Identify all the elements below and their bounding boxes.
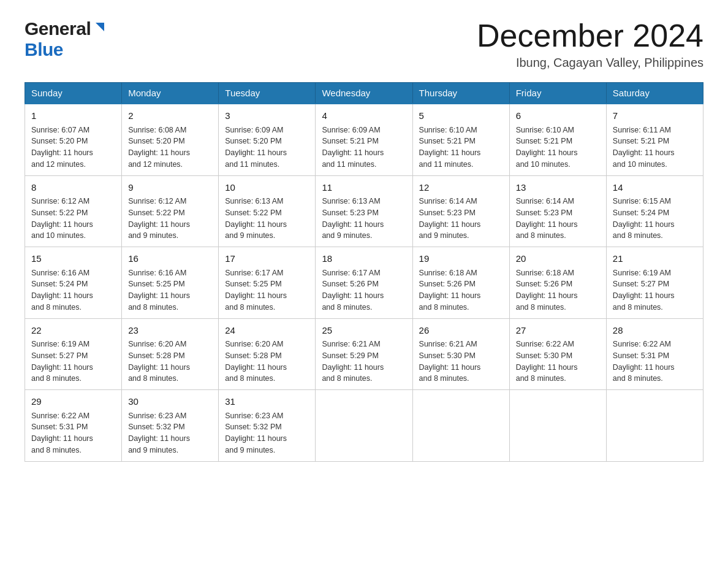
calendar-cell: 2Sunrise: 6:08 AMSunset: 5:20 PMDaylight… [122, 104, 219, 175]
day-number: 1 [31, 109, 115, 123]
day-number: 9 [128, 181, 212, 195]
day-info: Sunrise: 6:07 AMSunset: 5:20 PMDaylight:… [31, 124, 115, 170]
day-number: 13 [516, 181, 600, 195]
day-number: 29 [31, 395, 115, 409]
calendar-cell: 20Sunrise: 6:18 AMSunset: 5:26 PMDayligh… [509, 247, 606, 319]
calendar-cell: 6Sunrise: 6:10 AMSunset: 5:21 PMDaylight… [509, 104, 606, 175]
title-area: December 2024 Ibung, Cagayan Valley, Phi… [477, 18, 703, 70]
day-info: Sunrise: 6:21 AMSunset: 5:30 PMDaylight:… [419, 339, 503, 385]
day-info: Sunrise: 6:13 AMSunset: 5:22 PMDaylight:… [225, 196, 309, 242]
calendar-cell: 1Sunrise: 6:07 AMSunset: 5:20 PMDaylight… [25, 104, 122, 175]
day-info: Sunrise: 6:17 AMSunset: 5:26 PMDaylight:… [322, 267, 406, 313]
day-info: Sunrise: 6:22 AMSunset: 5:31 PMDaylight:… [31, 410, 115, 456]
day-number: 19 [419, 252, 503, 266]
calendar-week-row: 1Sunrise: 6:07 AMSunset: 5:20 PMDaylight… [25, 104, 703, 175]
day-number: 18 [322, 252, 406, 266]
calendar-cell: 22Sunrise: 6:19 AMSunset: 5:27 PMDayligh… [25, 318, 122, 390]
day-number: 26 [419, 324, 503, 338]
day-number: 23 [128, 324, 212, 338]
logo-arrow-icon [93, 20, 107, 36]
day-number: 25 [322, 324, 406, 338]
day-header-sunday: Sunday [25, 83, 122, 104]
calendar-cell: 17Sunrise: 6:17 AMSunset: 5:25 PMDayligh… [219, 247, 316, 319]
location-subtitle: Ibung, Cagayan Valley, Philippines [477, 56, 703, 70]
calendar-cell: 21Sunrise: 6:19 AMSunset: 5:27 PMDayligh… [606, 247, 703, 319]
day-number: 10 [225, 181, 309, 195]
calendar-cell: 7Sunrise: 6:11 AMSunset: 5:21 PMDaylight… [606, 104, 703, 175]
calendar-cell: 14Sunrise: 6:15 AMSunset: 5:24 PMDayligh… [606, 175, 703, 247]
day-number: 15 [31, 252, 115, 266]
day-info: Sunrise: 6:19 AMSunset: 5:27 PMDaylight:… [31, 339, 115, 385]
logo-general-text: General [25, 18, 91, 39]
day-info: Sunrise: 6:08 AMSunset: 5:20 PMDaylight:… [128, 124, 212, 170]
day-info: Sunrise: 6:13 AMSunset: 5:23 PMDaylight:… [322, 196, 406, 242]
month-title: December 2024 [477, 18, 703, 53]
calendar-week-row: 8Sunrise: 6:12 AMSunset: 5:22 PMDaylight… [25, 175, 703, 247]
calendar-week-row: 15Sunrise: 6:16 AMSunset: 5:24 PMDayligh… [25, 247, 703, 319]
calendar-cell: 12Sunrise: 6:14 AMSunset: 5:23 PMDayligh… [412, 175, 509, 247]
day-info: Sunrise: 6:20 AMSunset: 5:28 PMDaylight:… [225, 339, 309, 385]
day-header-friday: Friday [509, 83, 606, 104]
calendar-cell: 27Sunrise: 6:22 AMSunset: 5:30 PMDayligh… [509, 318, 606, 390]
calendar-cell: 29Sunrise: 6:22 AMSunset: 5:31 PMDayligh… [25, 390, 122, 462]
day-info: Sunrise: 6:15 AMSunset: 5:24 PMDaylight:… [613, 196, 697, 242]
day-number: 12 [419, 181, 503, 195]
calendar-cell [316, 390, 412, 462]
day-info: Sunrise: 6:18 AMSunset: 5:26 PMDaylight:… [516, 267, 600, 313]
day-info: Sunrise: 6:23 AMSunset: 5:32 PMDaylight:… [225, 410, 309, 456]
day-number: 17 [225, 252, 309, 266]
svg-marker-0 [96, 23, 104, 31]
calendar-cell: 3Sunrise: 6:09 AMSunset: 5:20 PMDaylight… [219, 104, 316, 175]
logo-blue-text: Blue [25, 39, 63, 59]
page-header: General Blue December 2024 Ibung, Cagaya… [25, 18, 703, 70]
calendar-cell: 23Sunrise: 6:20 AMSunset: 5:28 PMDayligh… [122, 318, 219, 390]
day-number: 14 [613, 181, 697, 195]
calendar-cell: 19Sunrise: 6:18 AMSunset: 5:26 PMDayligh… [412, 247, 509, 319]
calendar-cell: 16Sunrise: 6:16 AMSunset: 5:25 PMDayligh… [122, 247, 219, 319]
calendar-cell: 5Sunrise: 6:10 AMSunset: 5:21 PMDaylight… [412, 104, 509, 175]
day-info: Sunrise: 6:23 AMSunset: 5:32 PMDaylight:… [128, 410, 212, 456]
calendar-cell: 28Sunrise: 6:22 AMSunset: 5:31 PMDayligh… [606, 318, 703, 390]
calendar-cell: 4Sunrise: 6:09 AMSunset: 5:21 PMDaylight… [316, 104, 412, 175]
day-header-monday: Monday [122, 83, 219, 104]
day-number: 7 [613, 109, 697, 123]
logo: General Blue [25, 18, 107, 60]
day-number: 2 [128, 109, 212, 123]
calendar-cell: 13Sunrise: 6:14 AMSunset: 5:23 PMDayligh… [509, 175, 606, 247]
day-info: Sunrise: 6:14 AMSunset: 5:23 PMDaylight:… [419, 196, 503, 242]
day-number: 22 [31, 324, 115, 338]
day-number: 4 [322, 109, 406, 123]
day-info: Sunrise: 6:20 AMSunset: 5:28 PMDaylight:… [128, 339, 212, 385]
day-info: Sunrise: 6:10 AMSunset: 5:21 PMDaylight:… [419, 124, 503, 170]
day-header-tuesday: Tuesday [219, 83, 316, 104]
day-number: 16 [128, 252, 212, 266]
calendar-cell [606, 390, 703, 462]
calendar-cell: 9Sunrise: 6:12 AMSunset: 5:22 PMDaylight… [122, 175, 219, 247]
day-header-saturday: Saturday [606, 83, 703, 104]
day-number: 8 [31, 181, 115, 195]
day-info: Sunrise: 6:11 AMSunset: 5:21 PMDaylight:… [613, 124, 697, 170]
day-info: Sunrise: 6:22 AMSunset: 5:30 PMDaylight:… [516, 339, 600, 385]
day-number: 31 [225, 395, 309, 409]
day-info: Sunrise: 6:14 AMSunset: 5:23 PMDaylight:… [516, 196, 600, 242]
day-info: Sunrise: 6:09 AMSunset: 5:21 PMDaylight:… [322, 124, 406, 170]
day-header-thursday: Thursday [412, 83, 509, 104]
day-info: Sunrise: 6:18 AMSunset: 5:26 PMDaylight:… [419, 267, 503, 313]
day-number: 24 [225, 324, 309, 338]
calendar-cell: 18Sunrise: 6:17 AMSunset: 5:26 PMDayligh… [316, 247, 412, 319]
day-info: Sunrise: 6:16 AMSunset: 5:25 PMDaylight:… [128, 267, 212, 313]
day-number: 30 [128, 395, 212, 409]
calendar-cell: 11Sunrise: 6:13 AMSunset: 5:23 PMDayligh… [316, 175, 412, 247]
calendar-cell: 31Sunrise: 6:23 AMSunset: 5:32 PMDayligh… [219, 390, 316, 462]
day-info: Sunrise: 6:17 AMSunset: 5:25 PMDaylight:… [225, 267, 309, 313]
calendar-cell: 24Sunrise: 6:20 AMSunset: 5:28 PMDayligh… [219, 318, 316, 390]
day-number: 6 [516, 109, 600, 123]
calendar-table: SundayMondayTuesdayWednesdayThursdayFrid… [25, 82, 703, 462]
day-number: 3 [225, 109, 309, 123]
day-number: 5 [419, 109, 503, 123]
calendar-cell [509, 390, 606, 462]
calendar-cell: 10Sunrise: 6:13 AMSunset: 5:22 PMDayligh… [219, 175, 316, 247]
day-number: 27 [516, 324, 600, 338]
calendar-cell: 8Sunrise: 6:12 AMSunset: 5:22 PMDaylight… [25, 175, 122, 247]
day-info: Sunrise: 6:22 AMSunset: 5:31 PMDaylight:… [613, 339, 697, 385]
